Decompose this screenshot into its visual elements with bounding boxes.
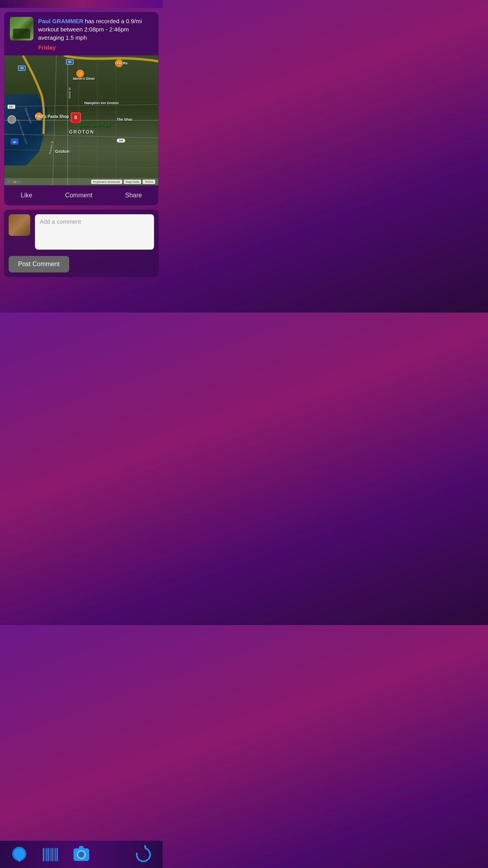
main-content: Paul GRAMMER has recorded a 0.9/mi worko… — [0, 12, 163, 313]
post-card: Paul GRAMMER has recorded a 0.9/mi worko… — [4, 12, 159, 206]
highway-badge-95-left: 95 — [18, 66, 26, 71]
road-badge-349: 349 — [117, 138, 125, 143]
olio-re-label: Olio Re — [115, 61, 128, 65]
post-day: Friday — [38, 43, 153, 51]
comment-user-avatar — [9, 214, 30, 236]
svg-line-4 — [4, 105, 158, 107]
map-satellite-bg: 95 95 437 349 🍴 Norm's Diner — [4, 55, 158, 185]
groton-label: Groton — [55, 149, 70, 154]
post-description: Paul GRAMMER has recorded a 0.9/mi worko… — [38, 17, 153, 51]
groton-city-label: GROTON — [69, 129, 94, 135]
pauls-pasta-label: Paul's Pasta Shop — [35, 114, 69, 119]
comment-button[interactable]: Comment — [59, 190, 99, 200]
map-container[interactable]: 95 95 437 349 🍴 Norm's Diner — [4, 55, 158, 185]
washington-park-label: Washington Park — [78, 123, 110, 127]
google-logo: Google — [7, 179, 22, 184]
transit-icon: 🚌 — [11, 138, 18, 145]
highway-badge-95-right: 95 — [66, 59, 73, 64]
user-avatar[interactable] — [10, 17, 33, 40]
status-bar — [0, 0, 163, 8]
olio-re-marker: 🍴 Olio Re — [115, 59, 123, 67]
hampton-inn-label: Hampton Inn Groton — [84, 101, 119, 105]
comment-input-area — [9, 214, 154, 250]
map-footer: Google Keyboard shortcuts Map Data Terms — [4, 178, 158, 185]
map-data-label[interactable]: Map Data — [124, 180, 141, 184]
share-button[interactable]: Share — [119, 190, 149, 200]
avatar-image — [10, 17, 33, 40]
the-shac-label: The Shac — [117, 118, 132, 121]
comment-section: Post Comment — [4, 210, 159, 277]
svg-line-8 — [4, 150, 158, 152]
north-st-label: North St — [68, 88, 71, 99]
post-comment-button[interactable]: Post Comment — [9, 256, 69, 272]
norms-diner-marker: 🍴 Norm's Diner — [69, 70, 91, 81]
svg-line-9 — [4, 166, 158, 167]
norms-diner-label: Norm's Diner — [73, 77, 95, 81]
comment-input[interactable] — [35, 214, 154, 250]
pauls-pasta-marker: 🍴 Paul's Pasta Shop — [35, 112, 43, 120]
workout-marker: 0 — [71, 112, 81, 123]
location-pin: 📍 — [7, 115, 16, 124]
post-header: Paul GRAMMER has recorded a 0.9/mi worko… — [4, 12, 158, 55]
road-badge-437: 437 — [7, 105, 15, 109]
terms-label[interactable]: Terms — [143, 180, 155, 184]
like-button[interactable]: Like — [15, 190, 39, 200]
username[interactable]: Paul GRAMMER — [38, 18, 83, 24]
action-bar: Like Comment Share — [4, 185, 158, 205]
keyboard-shortcuts-label[interactable]: Keyboard shortcuts — [91, 180, 122, 184]
map-attribution: Keyboard shortcuts Map Data Terms — [91, 180, 155, 184]
